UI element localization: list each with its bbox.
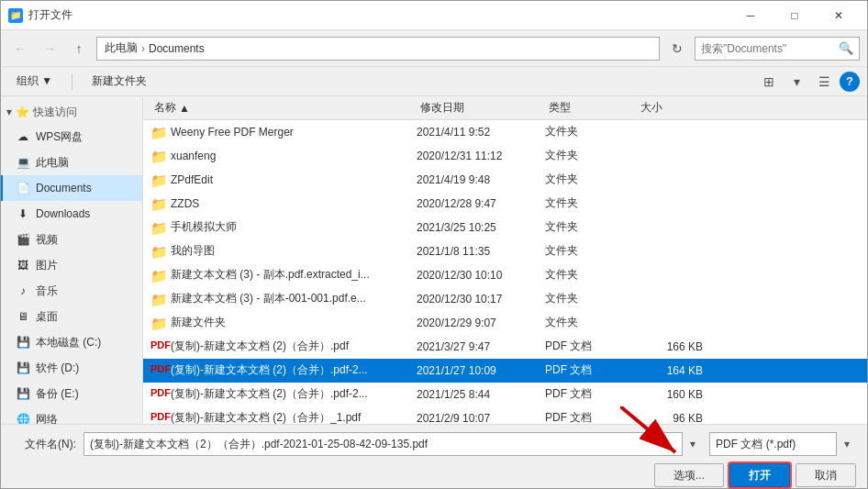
address-path[interactable]: 此电脑 › Documents <box>96 37 660 61</box>
file-type: 文件夹 <box>545 291 637 306</box>
file-type: 文件夹 <box>545 124 637 139</box>
sidebar-item-videos[interactable]: 🎬 视频 <box>1 227 142 252</box>
this-pc-icon: 💻 <box>16 155 30 170</box>
col-header-size[interactable]: 大小 <box>637 100 710 116</box>
file-row[interactable]: 📁 我的导图 2021/1/8 11:35 文件夹 <box>143 239 867 263</box>
view-list-button[interactable]: ☰ <box>812 70 836 94</box>
pictures-label: 图片 <box>36 258 58 273</box>
sidebar: ▾ ⭐ 快速访问 ☁ WPS网盘 💻 此电脑 📄 Documents ⬇ Dow… <box>1 96 143 424</box>
file-row[interactable]: 📁 ZZDS 2020/12/28 9:47 文件夹 <box>143 192 867 216</box>
sidebar-item-local-c[interactable]: 💾 本地磁盘 (C:) <box>1 329 142 355</box>
sidebar-item-this-pc[interactable]: 💻 此电脑 <box>1 150 142 175</box>
open-button[interactable]: 打开 <box>729 463 790 487</box>
file-date: 2021/1/27 10:09 <box>417 364 545 377</box>
file-date: 2021/4/11 9:52 <box>417 126 545 139</box>
back-button[interactable]: ← <box>8 37 32 61</box>
cancel-button[interactable]: 取消 <box>796 463 856 487</box>
sidebar-quick-access-header[interactable]: ▾ ⭐ 快速访问 <box>1 100 142 124</box>
path-sep: › <box>141 42 145 55</box>
col-header-date[interactable]: 修改日期 <box>417 100 545 116</box>
col-header-name[interactable]: 名称 ▲ <box>150 100 417 116</box>
file-date: 2020/12/31 11:12 <box>417 150 545 162</box>
file-row[interactable]: 📁 新建文本文档 (3) - 副本-001-001.pdf.e... 2020/… <box>143 287 867 311</box>
file-date: 2021/2/9 10:07 <box>417 412 545 425</box>
app-icon: 📁 <box>8 8 23 23</box>
disk-e-label: 备份 (E:) <box>36 386 79 402</box>
filename-label: 文件名(N): <box>12 437 76 452</box>
file-name: 📁 xuanfeng <box>150 149 417 163</box>
file-type: PDF 文档 <box>545 362 637 378</box>
options-button[interactable]: 选项... <box>654 463 724 487</box>
view-grid-button[interactable]: ⊞ <box>757 70 781 94</box>
sidebar-item-soft-d[interactable]: 💾 软件 (D:) <box>1 355 142 381</box>
file-type: 文件夹 <box>545 172 637 187</box>
refresh-button[interactable]: ↻ <box>665 37 689 61</box>
file-name: 📁 ZZDS <box>150 196 417 211</box>
minimize-button[interactable]: ─ <box>729 1 772 30</box>
file-name: PDF (复制)-新建文本文档 (2)（合并）_1.pdf <box>150 410 417 424</box>
path-folder: Documents <box>149 42 205 55</box>
file-row[interactable]: 📁 新建文本文档 (3) - 副本.pdf.extracted_i... 202… <box>143 263 867 287</box>
network-label: 网络 <box>36 412 58 425</box>
sidebar-item-desktop[interactable]: 🖥 桌面 <box>1 304 142 329</box>
videos-icon: 🎬 <box>16 232 30 247</box>
file-size: 160 KB <box>637 388 710 401</box>
col-header-type[interactable]: 类型 <box>545 100 637 116</box>
filetype-container: ▾ <box>709 432 856 456</box>
file-row[interactable]: PDF (复制)-新建文本文档 (2)（合并）.pdf 2021/3/27 9:… <box>143 335 867 359</box>
sidebar-item-documents[interactable]: 📄 Documents <box>1 175 142 201</box>
filetype-dropdown-button[interactable]: ▾ <box>836 432 856 456</box>
up-button[interactable]: ↑ <box>67 37 91 61</box>
help-button[interactable]: ? <box>840 72 860 92</box>
file-date: 2021/4/19 9:48 <box>417 173 545 186</box>
organize-button[interactable]: 组织 ▼ <box>8 70 61 93</box>
wps-cloud-label: WPS网盘 <box>36 129 83 145</box>
title-text: 打开文件 <box>28 7 729 23</box>
file-name: 📁 新建文件夹 <box>150 315 417 330</box>
maximize-button[interactable]: □ <box>773 1 816 30</box>
filetype-input[interactable] <box>709 432 856 456</box>
file-row[interactable]: 📁 新建文件夹 2020/12/29 9:07 文件夹 <box>143 311 867 335</box>
file-type: PDF 文档 <box>545 386 637 402</box>
file-date: 2020/12/28 9:47 <box>417 197 545 210</box>
action-buttons: 选项... 打开 取消 <box>654 463 856 487</box>
new-folder-button[interactable]: 新建文件夹 <box>83 70 155 93</box>
sidebar-item-music[interactable]: ♪ 音乐 <box>1 278 142 304</box>
close-button[interactable]: ✕ <box>818 1 860 30</box>
music-icon: ♪ <box>16 283 30 298</box>
file-row[interactable]: 📁 xuanfeng 2020/12/31 11:12 文件夹 <box>143 144 867 168</box>
file-size: 96 KB <box>637 412 710 425</box>
music-label: 音乐 <box>36 283 58 299</box>
filename-input[interactable] <box>83 432 702 456</box>
file-type: 文件夹 <box>545 219 637 235</box>
disk-e-icon: 💾 <box>16 386 30 401</box>
sidebar-item-wps-cloud[interactable]: ☁ WPS网盘 <box>1 124 142 150</box>
view-dropdown-button[interactable]: ▾ <box>785 70 808 94</box>
file-date: 2020/12/30 10:10 <box>417 269 545 282</box>
file-row[interactable]: 📁 手机模拟大师 2021/3/25 10:25 文件夹 <box>143 216 867 239</box>
file-list-header: 名称 ▲ 修改日期 类型 大小 <box>143 96 867 120</box>
file-type: PDF 文档 <box>545 410 637 424</box>
toolbar-separator <box>72 73 72 90</box>
file-row[interactable]: 📁 ZPdfEdit 2021/4/19 9:48 文件夹 <box>143 168 867 192</box>
search-input[interactable] <box>701 42 839 55</box>
file-size: 166 KB <box>637 340 710 353</box>
file-list[interactable]: 📁 Weeny Free PDF Merger 2021/4/11 9:52 文… <box>143 120 867 424</box>
sidebar-item-backup-e[interactable]: 💾 备份 (E:) <box>1 381 142 406</box>
file-area: 名称 ▲ 修改日期 类型 大小 📁 Weeny Free PDF Merger <box>143 96 867 424</box>
sidebar-item-downloads[interactable]: ⬇ Downloads <box>1 201 142 227</box>
file-row[interactable]: 📁 Weeny Free PDF Merger 2021/4/11 9:52 文… <box>143 120 867 144</box>
network-icon: 🌐 <box>16 412 30 424</box>
sidebar-item-pictures[interactable]: 🖼 图片 <box>1 252 142 278</box>
file-row[interactable]: PDF (复制)-新建文本文档 (2)（合并）.pdf-2... 2021/1/… <box>143 383 867 406</box>
pdf-icon: PDF <box>150 339 165 354</box>
file-row[interactable]: PDF (复制)-新建文本文档 (2)（合并）_1.pdf 2021/2/9 1… <box>143 406 867 424</box>
search-icon[interactable]: 🔍 <box>839 41 853 55</box>
file-row[interactable]: PDF (复制)-新建文本文档 (2)（合并）.pdf-2... 2021/1/… <box>143 359 867 383</box>
sidebar-item-network[interactable]: 🌐 网络 <box>1 406 142 424</box>
filename-dropdown-button[interactable]: ▾ <box>682 432 702 456</box>
file-name: 📁 新建文本文档 (3) - 副本.pdf.extracted_i... <box>150 267 417 283</box>
file-type: 文件夹 <box>545 267 637 283</box>
folder-icon: 📁 <box>150 172 165 187</box>
forward-button[interactable]: → <box>38 37 61 61</box>
